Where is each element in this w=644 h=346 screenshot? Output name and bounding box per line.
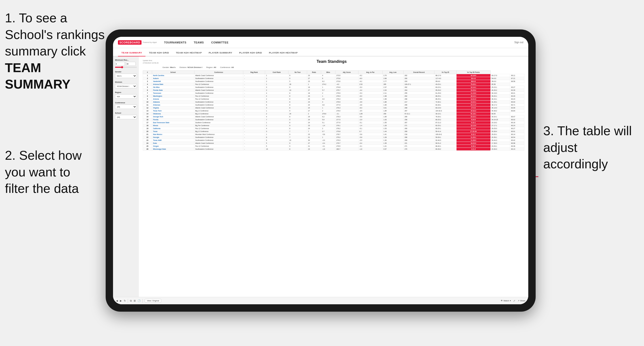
slider-track — [115, 67, 137, 68]
filter-school-label: School — [115, 112, 137, 114]
toolbar-copy-icon[interactable]: ⧉ — [130, 299, 132, 302]
table-row: 3VanderbiltSoutheastern Conference-25236… — [143, 80, 524, 83]
logo: SCOREBOARD — [118, 40, 142, 45]
main-content: Minimum Rou... Gender Men's — [113, 56, 528, 297]
toolbar-back-icon[interactable]: ◀ — [116, 299, 118, 302]
table-row: 20TexasBig 12 Conference-3770.7279.80.71… — [143, 130, 524, 133]
sidebar-filters: Minimum Rou... Gender Men's — [113, 56, 139, 297]
slider-fill — [115, 67, 122, 68]
table-row: 15Georgia TechAtlantic Coast Conference-… — [143, 115, 524, 118]
col-conference: Conference — [194, 70, 243, 74]
col-rag-rank: Rag Rank — [243, 70, 265, 74]
col-rank: # — [143, 70, 152, 74]
col-avg-to-par: Avg. to Par — [358, 70, 382, 74]
col-adj-score: Adj. Score — [335, 70, 358, 74]
eye-icon: 👁 — [501, 300, 503, 302]
col-no-tour: No Tour — [288, 70, 307, 74]
toolbar-view-original[interactable]: View: Original — [145, 299, 161, 303]
navbar: SCOREBOARD Powered by clippd TOURNAMENTS… — [113, 37, 528, 48]
table-row: 18IllinoisBig Ten Conference-1923-1.4276… — [143, 124, 524, 127]
table-row: 13Texas TechBig 12 Conference-19272276.0… — [143, 109, 524, 112]
col-rnds: Rnds — [307, 70, 321, 74]
table-row: 8WashingtonPac-12 Conference-28231276.3-… — [143, 94, 524, 97]
subnav: TEAM SUMMARY TEAM H2H GRID TEAM H2H HEAT… — [113, 48, 528, 56]
table-row: 11ArkansasSoutheastern Conference-68243.… — [143, 103, 524, 106]
logo-powered: Powered by clippd — [142, 41, 156, 43]
col-vs-top50: Vs Top 50 Points — [456, 70, 490, 74]
instruction-step2: 2. Select how you want to filter the dat… — [5, 147, 82, 197]
toolbar-refresh-icon[interactable]: ↻ — [124, 299, 126, 302]
tablet-screen: SCOREBOARD Powered by clippd TOURNAMENTS… — [113, 37, 528, 304]
filter-gender-select[interactable]: Men's — [115, 74, 137, 78]
table-row: 24DukeAtlantic Coast Conference-5927-0.4… — [143, 142, 524, 145]
col-overall: Overall Record — [404, 70, 434, 74]
filter-gender: Gender Men's — [115, 71, 137, 78]
table-row: 2AuburnSoutheastern Conference-19276273.… — [143, 77, 524, 80]
col-avg-low: Avg. Low — [382, 70, 404, 74]
nav-teams[interactable]: TEAMS — [194, 41, 204, 44]
table-row: 21New MexicoMountain West Conference-192… — [143, 133, 524, 136]
table-row: 10AlabamaSoutheastern Conference-5823327… — [143, 100, 524, 103]
tab-team-h2h-grid[interactable]: TEAM H2H GRID — [146, 51, 172, 56]
table-row: 6Florida StateAtlantic Coast Conference-… — [143, 89, 524, 92]
filter-min-rounds-label: Minimum Rou... — [115, 59, 137, 61]
table-row: 23Texas A&MSoutheastern Conference-91030… — [143, 139, 524, 142]
table-row: 5Ole MissSoutheastern Conference-3618127… — [143, 86, 524, 89]
filter-conference-label: Conference — [115, 102, 137, 104]
tab-player-summary[interactable]: PLAYER SUMMARY — [205, 51, 236, 56]
table-row: 9ArizonaPac-12 Conference-28234.6276.3-6… — [143, 97, 524, 100]
filter-max-val[interactable] — [126, 62, 136, 66]
toolbar-clock-icon[interactable]: 🕐 — [138, 299, 140, 302]
table-header: Update time: 27/03/2024 16:56:26 Team St… — [143, 59, 524, 64]
nav-tournaments[interactable]: TOURNAMENTS — [164, 41, 186, 44]
tab-team-summary[interactable]: TEAM SUMMARY — [118, 51, 146, 56]
table-row: 19CaliforniaPac-12 Conference-48242278.2… — [143, 127, 524, 130]
tab-player-h2h-grid[interactable]: PLAYER H2H GRID — [236, 51, 265, 56]
filter-division-select[interactable]: NCAA Division I — [115, 84, 137, 88]
toolbar-share[interactable]: ↗ Share — [518, 299, 525, 302]
filter-gender-label: Gender — [115, 71, 137, 73]
nav-committee[interactable]: COMMITTEE — [211, 41, 229, 44]
standings-table: # School Conference Rag Rank Conf Rank N… — [143, 70, 524, 151]
filter-conference-select[interactable]: (All) — [115, 105, 137, 109]
table-area: Update time: 27/03/2024 16:56:26 Team St… — [139, 56, 528, 297]
table-row: 25OregonPac-12 Conference-5921-3.1279.5-… — [143, 145, 524, 148]
table-row: 1North CarolinaAtlantic Coast Conference… — [143, 74, 524, 77]
col-conf-rank: Conf Rank — [265, 70, 288, 74]
toolbar-forward-icon[interactable]: ▶ — [120, 299, 122, 302]
toolbar-grid-icon[interactable]: ⊞ — [134, 299, 136, 302]
filter-min-val[interactable] — [115, 62, 125, 66]
toolbar-right: 👁 Watch ▾ ⤢ ↗ Share — [501, 299, 525, 302]
filter-tags: Gender: Men's Division: NCAA Division I … — [143, 66, 524, 68]
tab-player-h2h-heatmap[interactable]: PLAYER H2H HEATMAP — [265, 51, 301, 56]
sign-out-link[interactable]: Sign out — [514, 41, 523, 44]
filter-school-select[interactable]: (All) — [115, 115, 137, 119]
filter-min-rounds: Minimum Rou... — [115, 59, 137, 68]
table-row: 12VirginiaAtlantic Coast Conference-3824… — [143, 106, 524, 109]
nav-links: TOURNAMENTS TEAMS COMMITTEE — [164, 41, 514, 44]
table-row: 4Arizona StatePac-12 Conference-1261274.… — [143, 83, 524, 86]
col-vs-top25: Vs Top 25 — [434, 70, 456, 74]
toolbar-expand-icon[interactable]: ⤢ — [513, 299, 515, 302]
filter-conference: Conference (All) — [115, 102, 137, 109]
table-row: 17East Tennessee StateSouthern Conferenc… — [143, 121, 524, 124]
logo-area: SCOREBOARD Powered by clippd — [118, 40, 157, 45]
filter-region: Region N/A — [115, 91, 137, 99]
table-row: 26Mississippi StateSoutheastern Conferen… — [143, 148, 524, 151]
instruction-step1: 1. To see a School's rankings summary cl… — [5, 10, 108, 93]
toolbar-sep1 — [128, 299, 128, 303]
col-wins: Wins — [321, 70, 336, 74]
bottom-toolbar: ◀ ▶ ↻ ⧉ ⊞ 🕐 View: Original 👁 Watch ▾ ⤢ ↗… — [113, 297, 528, 304]
filter-region-label: Region — [115, 91, 137, 94]
toolbar-watch[interactable]: 👁 Watch ▾ — [501, 299, 510, 302]
col-school: School — [152, 70, 194, 74]
tab-team-h2h-heatmap[interactable]: TEAM H2H HEATMAP — [172, 51, 205, 56]
instruction-step3: 3. The table will adjust accordingly — [543, 123, 637, 173]
slider-thumb[interactable] — [121, 66, 123, 68]
table-title: Team Standings — [158, 59, 505, 64]
filter-region-select[interactable]: N/A — [115, 94, 137, 99]
share-icon: ↗ — [518, 300, 520, 302]
filter-school: School (All) — [115, 112, 137, 119]
filter-division-label: Division — [115, 81, 137, 83]
table-row: 14OklahomaBig 12 Conference-2242279.6-3.… — [143, 112, 524, 115]
